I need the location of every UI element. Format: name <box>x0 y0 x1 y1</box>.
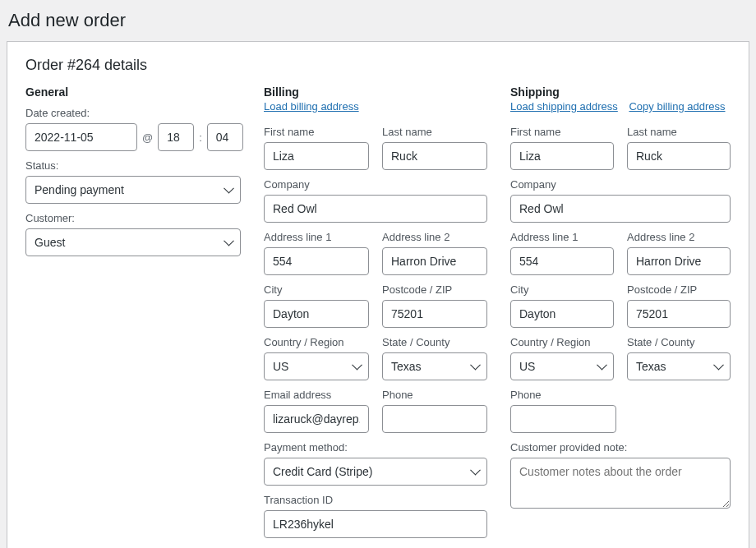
order-panel: Order #264 details General Date created:… <box>7 41 749 548</box>
billing-postcode-label: Postcode / ZIP <box>382 283 487 296</box>
payment-method-value: Credit Card (Stripe) <box>264 458 487 486</box>
shipping-addr1-label: Address line 1 <box>510 231 614 243</box>
shipping-state-label: State / County <box>627 336 731 348</box>
billing-country-value: US <box>264 352 369 380</box>
billing-country-label: Country / Region <box>264 336 369 348</box>
minute-input[interactable] <box>207 123 243 151</box>
shipping-last-name-input[interactable] <box>627 142 731 170</box>
general-heading: General <box>25 85 241 99</box>
at-separator: @ <box>142 131 153 144</box>
shipping-country-value: US <box>510 352 614 380</box>
status-label: Status: <box>25 159 241 172</box>
shipping-postcode-label: Postcode / ZIP <box>627 283 731 296</box>
shipping-addr2-input[interactable] <box>627 247 731 275</box>
billing-phone-input[interactable] <box>382 405 487 433</box>
billing-city-label: City <box>264 283 369 296</box>
transaction-id-input[interactable] <box>264 510 487 538</box>
shipping-addr1-input[interactable] <box>510 247 614 275</box>
shipping-city-input[interactable] <box>510 300 614 328</box>
shipping-phone-label: Phone <box>510 389 731 401</box>
billing-city-input[interactable] <box>264 300 369 328</box>
page-title: Add new order <box>8 10 749 31</box>
customer-note-label: Customer provided note: <box>510 441 731 454</box>
billing-first-name-input[interactable] <box>264 142 369 170</box>
billing-state-value: Texas <box>382 352 487 380</box>
shipping-state-select[interactable]: Texas <box>627 352 731 380</box>
shipping-addr2-label: Address line 2 <box>627 231 731 243</box>
billing-addr1-input[interactable] <box>264 247 369 275</box>
customer-note-textarea[interactable] <box>510 458 731 509</box>
billing-state-label: State / County <box>382 336 487 348</box>
shipping-country-label: Country / Region <box>510 336 614 348</box>
shipping-first-name-label: First name <box>510 126 614 138</box>
billing-last-name-input[interactable] <box>382 142 487 170</box>
customer-select[interactable]: Guest <box>25 228 241 256</box>
load-billing-link[interactable]: Load billing address <box>264 100 359 113</box>
customer-value: Guest <box>25 228 241 256</box>
shipping-column: Shipping Load shipping address Copy bill… <box>510 85 731 538</box>
date-input[interactable] <box>25 123 137 151</box>
shipping-phone-input[interactable] <box>510 405 616 433</box>
billing-heading: Billing <box>264 85 487 99</box>
shipping-city-label: City <box>510 283 614 296</box>
billing-postcode-input[interactable] <box>382 300 487 328</box>
shipping-company-label: Company <box>510 178 731 191</box>
copy-billing-link[interactable]: Copy billing address <box>629 100 725 113</box>
payment-method-select[interactable]: Credit Card (Stripe) <box>264 458 487 486</box>
billing-company-input[interactable] <box>264 195 487 223</box>
colon-separator: : <box>199 131 202 144</box>
panel-title: Order #264 details <box>25 57 731 74</box>
billing-addr2-label: Address line 2 <box>382 231 487 243</box>
shipping-state-value: Texas <box>627 352 731 380</box>
billing-state-select[interactable]: Texas <box>382 352 487 380</box>
billing-last-name-label: Last name <box>382 126 487 138</box>
customer-label: Customer: <box>25 212 241 224</box>
billing-email-input[interactable] <box>264 405 369 433</box>
transaction-id-label: Transaction ID <box>264 494 487 506</box>
shipping-company-input[interactable] <box>510 195 731 223</box>
billing-country-select[interactable]: US <box>264 352 369 380</box>
billing-company-label: Company <box>264 178 487 191</box>
billing-first-name-label: First name <box>264 126 369 138</box>
shipping-first-name-input[interactable] <box>510 142 614 170</box>
billing-addr2-input[interactable] <box>382 247 487 275</box>
shipping-country-select[interactable]: US <box>510 352 614 380</box>
status-select[interactable]: Pending payment <box>25 176 241 204</box>
payment-method-label: Payment method: <box>264 441 487 454</box>
load-shipping-link[interactable]: Load shipping address <box>510 100 618 113</box>
billing-phone-label: Phone <box>382 389 487 401</box>
billing-addr1-label: Address line 1 <box>264 231 369 243</box>
status-value: Pending payment <box>25 176 241 204</box>
billing-column: Billing Load billing address First name … <box>264 85 487 538</box>
date-created-label: Date created: <box>25 107 241 119</box>
shipping-heading: Shipping <box>510 85 731 99</box>
shipping-last-name-label: Last name <box>627 126 731 138</box>
hour-input[interactable] <box>158 123 194 151</box>
general-column: General Date created: @ : Status: Pendin… <box>25 85 241 538</box>
shipping-postcode-input[interactable] <box>627 300 731 328</box>
billing-email-label: Email address <box>264 389 369 401</box>
